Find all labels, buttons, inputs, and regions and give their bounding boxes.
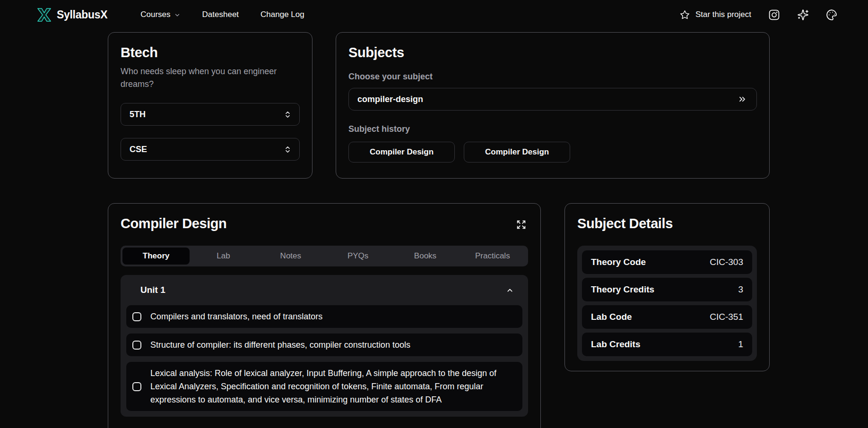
expand-button[interactable] — [515, 219, 527, 231]
chevron-up-icon — [506, 286, 514, 294]
topic-text: Lexical analysis: Role of lexical analyz… — [150, 367, 511, 406]
detail-label: Theory Credits — [591, 284, 654, 295]
topic-checkbox[interactable] — [132, 312, 141, 321]
detail-row-theory-code: Theory Code CIC-303 — [582, 250, 752, 274]
instagram-button[interactable] — [768, 9, 780, 21]
branch-select-value: CSE — [130, 145, 147, 154]
syllabusx-logo-icon — [36, 8, 52, 22]
detail-label: Lab Code — [591, 312, 632, 322]
brand[interactable]: SyllabusX — [36, 8, 107, 22]
subject-content-card: Compiler Design Theory Lab Notes PYQs Bo… — [108, 203, 541, 428]
nav-actions: Star this project — [680, 9, 838, 21]
btech-card: Btech Who needs sleep when you can engin… — [108, 32, 312, 179]
history-item-button[interactable]: Compiler Design — [348, 142, 455, 163]
tab-lab[interactable]: Lab — [190, 248, 257, 265]
semester-select-value: 5TH — [130, 110, 146, 120]
tab-notes[interactable]: Notes — [257, 248, 324, 265]
subject-search-value: compiler-design — [357, 94, 423, 104]
semester-select[interactable]: 5TH — [121, 103, 300, 126]
nav-item-changelog[interactable]: Change Log — [260, 10, 304, 19]
subject-content-title: Compiler Design — [121, 216, 226, 231]
subject-content-header: Compiler Design — [121, 216, 528, 231]
tab-practicals[interactable]: Practicals — [459, 248, 526, 265]
subject-history-label: Subject history — [348, 124, 757, 134]
topic-row[interactable]: Compilers and translators, need of trans… — [126, 305, 522, 328]
nav-item-datesheet[interactable]: Datesheet — [202, 10, 239, 19]
ai-search-button[interactable] — [797, 9, 809, 21]
chevrons-right-icon — [738, 94, 747, 104]
brand-name: SyllabusX — [57, 9, 107, 21]
instagram-icon — [768, 9, 780, 21]
topic-checkbox[interactable] — [132, 382, 141, 391]
detail-label: Lab Credits — [591, 339, 641, 350]
tab-pyqs[interactable]: PYQs — [324, 248, 391, 265]
chevrons-up-down-icon — [284, 146, 292, 154]
tab-books[interactable]: Books — [391, 248, 459, 265]
topic-row[interactable]: Structure of compiler: its different pha… — [126, 334, 522, 356]
detail-value: CIC-303 — [710, 257, 743, 267]
topic-text: Structure of compiler: its different pha… — [150, 338, 410, 351]
unit-accordion: Unit 1 Compilers and translators, need o… — [121, 275, 528, 417]
subject-details-box: Theory Code CIC-303 Theory Credits 3 Lab… — [577, 246, 757, 361]
topic-checkbox[interactable] — [132, 341, 141, 350]
detail-value: 1 — [738, 339, 743, 350]
detail-value: 3 — [738, 284, 743, 295]
branch-select[interactable]: CSE — [121, 138, 300, 161]
theme-button[interactable] — [826, 9, 838, 21]
subject-search-input[interactable]: compiler-design — [348, 88, 757, 111]
sparkles-icon — [797, 9, 809, 21]
subjects-card: Subjects Choose your subject compiler-de… — [336, 32, 770, 179]
btech-card-subtitle: Who needs sleep when you can engineer dr… — [121, 65, 300, 91]
subjects-card-title: Subjects — [348, 45, 757, 60]
palette-icon — [826, 9, 838, 21]
detail-label: Theory Code — [591, 257, 646, 267]
navbar: SyllabusX Courses Datesheet Change Log S… — [0, 0, 868, 29]
nav-links: Courses Datesheet Change Log — [140, 10, 304, 19]
choose-subject-label: Choose your subject — [348, 72, 757, 82]
subject-submit-button[interactable] — [736, 93, 749, 106]
subject-history-row: Compiler Design Compiler Design — [348, 142, 757, 163]
subject-details-title: Subject Details — [577, 216, 757, 231]
subject-details-card: Subject Details Theory Code CIC-303 Theo… — [564, 203, 770, 371]
unit-title: Unit 1 — [140, 285, 165, 295]
chevrons-up-down-icon — [284, 111, 292, 119]
detail-row-lab-credits: Lab Credits 1 — [582, 333, 752, 356]
expand-icon — [516, 220, 526, 230]
tab-theory[interactable]: Theory — [122, 248, 190, 265]
detail-value: CIC-351 — [710, 312, 743, 322]
star-icon — [680, 10, 690, 20]
history-item-button[interactable]: Compiler Design — [464, 142, 570, 163]
star-project-button[interactable]: Star this project — [680, 10, 751, 20]
nav-item-courses[interactable]: Courses — [140, 10, 180, 19]
topic-text: Compilers and translators, need of trans… — [150, 310, 322, 323]
chevron-down-icon — [174, 12, 181, 18]
unit-accordion-header[interactable]: Unit 1 — [126, 275, 522, 305]
detail-row-lab-code: Lab Code CIC-351 — [582, 305, 752, 329]
content-tabs: Theory Lab Notes PYQs Books Practicals — [121, 246, 528, 266]
topic-row[interactable]: Lexical analysis: Role of lexical analyz… — [126, 362, 522, 411]
detail-row-theory-credits: Theory Credits 3 — [582, 278, 752, 301]
btech-card-title: Btech — [121, 45, 300, 60]
